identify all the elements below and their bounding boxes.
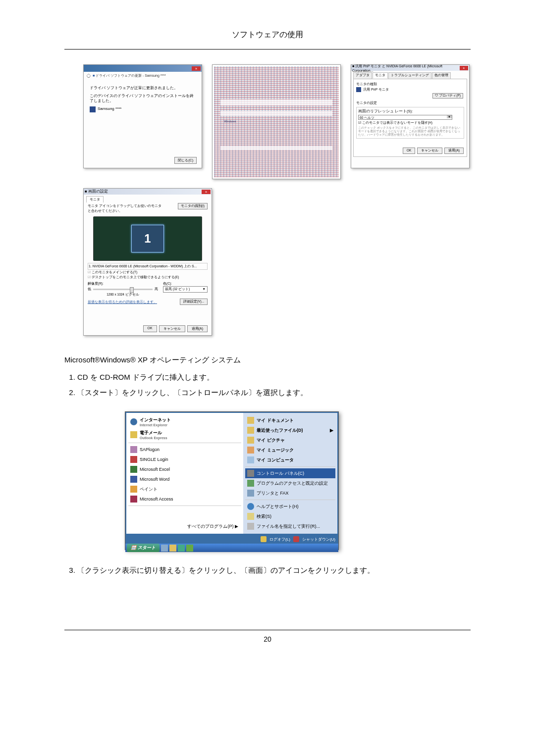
tab-adapter[interactable]: アダプタ — [353, 72, 372, 79]
sm-printers[interactable]: プリンタと FAX — [245, 488, 335, 498]
run-icon — [247, 523, 254, 530]
monitor-1-icon[interactable]: 1 — [131, 225, 164, 252]
sm-search[interactable]: 検索(S) — [245, 511, 335, 521]
advanced-button[interactable]: 詳細設定(V)... — [180, 299, 208, 305]
taskbar-icon[interactable] — [186, 545, 193, 552]
sm-mypictures[interactable]: マイ ピクチャ — [245, 435, 335, 445]
identify-button[interactable]: モニタの識別(I) — [178, 203, 208, 209]
color-label: 色(C): — [163, 282, 208, 286]
taskbar-icon[interactable] — [161, 545, 168, 552]
tab-color[interactable]: 色の管理 — [432, 72, 451, 79]
sm-saplogon[interactable]: SAPlogon — [128, 445, 241, 454]
monitor-type-label: モニタの種類 — [356, 82, 464, 87]
breadcrumb: ◯ ■ ドライバ ソフトウェアの更新 - Samsung **** — [84, 72, 202, 80]
resolution-slider[interactable]: 低 高 — [88, 287, 158, 292]
logoff-icon — [261, 536, 267, 542]
properties-button[interactable]: 🛡 プロパティ(P) — [432, 93, 463, 99]
ie-icon — [130, 418, 137, 425]
cancel-button[interactable]: キャンセル — [159, 325, 185, 332]
music-icon — [247, 447, 254, 454]
color-select[interactable]: 最高 (32 ビット) ▼ — [163, 286, 208, 293]
extend-desktop-checkbox[interactable]: デスクトップをこのモニタ上で移動できるようにする(E) — [88, 275, 208, 280]
sm-internet[interactable]: インターネットInternet Explorer — [128, 415, 241, 428]
close-icon[interactable]: × — [460, 66, 468, 70]
optimal-display-link[interactable]: 最適な表示を得るための詳細を表示します。 — [88, 300, 157, 304]
single-icon — [130, 456, 137, 463]
step-3: 〔クラシック表示に切り替える〕をクリックし、〔画面〕のアイコンをクリックします。 — [77, 566, 471, 575]
resolution-value: 1280 x 1024 ピクセル — [88, 293, 158, 297]
search-icon — [247, 513, 254, 520]
sm-email[interactable]: 電子メールOutlook Express — [128, 428, 241, 441]
step-1: CD を CD-ROM ドライブに挿入します。 — [77, 373, 471, 382]
close-icon[interactable]: × — [202, 190, 211, 194]
sm-mydocuments[interactable]: マイ ドキュメント — [245, 415, 335, 425]
sm-run[interactable]: ファイル名を指定して実行(R)... — [245, 521, 335, 531]
sm-word[interactable]: Microsoft Word — [128, 474, 241, 484]
monitor-name: 汎用 PnP モニタ — [363, 87, 389, 92]
sap-icon — [130, 446, 137, 453]
sm-single-login[interactable]: SINGLE Login — [128, 454, 241, 464]
dialog-display-settings: ■ 画面の設定 × モニタ モニタの識別(I) モニタ アイコンをドラッグしてお… — [83, 188, 212, 336]
tab-monitor[interactable]: モニタ — [373, 72, 388, 79]
dialog-title: ■ 画面の設定 — [85, 189, 108, 194]
tab-monitor[interactable]: モニタ — [86, 196, 104, 202]
refresh-rate-dropdown[interactable]: 60 ヘルツ ▼ — [358, 115, 452, 120]
sm-help[interactable]: ヘルプとサポート(H) — [245, 502, 335, 511]
primary-monitor-checkbox[interactable]: このモニタをメインにする(T) — [88, 270, 208, 275]
ok-button[interactable]: OK — [403, 148, 415, 154]
start-button[interactable]: 🪟 スタート — [127, 544, 160, 552]
folder-icon — [247, 437, 254, 444]
sm-recent[interactable]: 最近使ったファイル(D)▶ — [245, 425, 335, 435]
ok-button[interactable]: OK — [143, 325, 157, 332]
prog-icon — [247, 480, 254, 487]
sm-control-panel[interactable]: コントロール パネル(C) — [245, 468, 335, 478]
word-icon — [130, 476, 137, 483]
sm-paint[interactable]: ペイント — [128, 484, 241, 494]
drag-instruction: モニタ アイコンをドラッグしてお使いのモニタと合わせてください。 — [88, 203, 162, 213]
monitor-settings-label: モニタの設定 — [356, 101, 464, 105]
hide-modes-checkbox[interactable]: このモニタでは表示できないモードを隠す(H) — [358, 121, 462, 125]
dialog-title: ■ 汎用 PnP モニタ と NVIDIA GeForce 6600 LE (M… — [352, 64, 460, 72]
sm-all-programs[interactable]: すべてのプログラム(P) ▶ — [128, 522, 241, 531]
dialog-message-2: このデバイスのドライバ ソフトウェアのインストールを終了しました。 — [90, 94, 196, 103]
printer-icon — [247, 490, 254, 497]
monitor-preview[interactable]: 1 — [93, 216, 202, 261]
apply-button[interactable]: 適用(A) — [187, 325, 208, 332]
taskbar-icon[interactable] — [169, 545, 176, 552]
sm-program-access[interactable]: プログラムのアクセスと既定の設定 — [245, 478, 335, 488]
step-2: 〔スタート〕をクリックし、〔コントロールパネル〕を選択します。 — [77, 388, 471, 398]
os-heading: Microsoft®Windows® XP オペレーティング システム — [64, 355, 471, 365]
cancel-button[interactable]: キャンセル — [417, 148, 442, 154]
monitor-name: Samsung **** — [98, 106, 121, 111]
paint-icon — [130, 486, 137, 493]
tab-troubleshoot[interactable]: トラブルシューティング — [388, 72, 431, 79]
apply-button[interactable]: 適用(A) — [444, 148, 464, 154]
display-selector[interactable]: 1. NVIDIA GeForce 6600 LE (Microsoft Cor… — [88, 263, 208, 270]
titlebar: × — [84, 65, 202, 72]
access-icon — [130, 496, 137, 503]
folder-icon — [247, 417, 254, 424]
sm-mycomputer[interactable]: マイ コンピュータ — [245, 455, 335, 465]
excel-icon — [130, 466, 137, 473]
resolution-label: 解像度(R): — [88, 282, 158, 286]
close-button[interactable]: 閉じる(C) — [174, 157, 197, 164]
shutdown-button[interactable]: シャットダウン(U) — [302, 537, 335, 542]
sm-mymusic[interactable]: マイ ミュージック — [245, 445, 335, 455]
refresh-rate-label: 画面のリフレッシュ レート(S): — [358, 109, 462, 114]
page-header: ソフトウェアの使用 — [64, 0, 471, 50]
start-menu-screenshot: インターネットInternet Explorer 電子メールOutlook Ex… — [125, 411, 339, 550]
close-icon[interactable]: × — [192, 66, 201, 71]
folder-icon — [247, 427, 254, 434]
computer-icon — [247, 456, 254, 463]
warning-text: このチェック ボックスをオフにすると、このモニタでは正しく表示できないモードを選… — [358, 126, 462, 137]
shutdown-icon — [293, 536, 299, 542]
dialog-message: ドライバ ソフトウェアが正常に更新されました。 — [90, 86, 196, 91]
mail-icon — [130, 431, 137, 438]
dialog-driver-updated: × ◯ ■ ドライバ ソフトウェアの更新 - Samsung **** ドライバ… — [83, 64, 202, 168]
sm-excel[interactable]: Microsoft Excel — [128, 464, 241, 474]
sm-access[interactable]: Microsoft Access — [128, 494, 241, 504]
taskbar-icon[interactable] — [178, 545, 185, 552]
monitor-icon — [356, 87, 361, 92]
logoff-button[interactable]: ログオフ(L) — [269, 537, 290, 542]
dialog-monitor-properties: ■ 汎用 PnP モニタ と NVIDIA GeForce 6600 LE (M… — [351, 64, 470, 168]
